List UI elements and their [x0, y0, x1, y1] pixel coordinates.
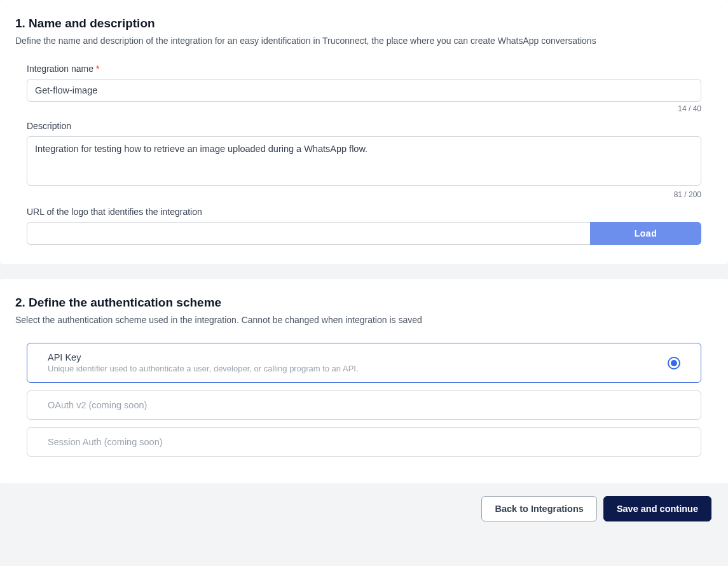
auth-option-session-auth[interactable]: Session Auth (coming soon)	[27, 427, 701, 457]
radio-selected-icon	[668, 357, 680, 369]
auth-option-desc: Unique identifier used to authenticate a…	[48, 364, 359, 373]
load-button[interactable]: Load	[590, 222, 701, 245]
save-and-continue-button[interactable]: Save and continue	[603, 496, 711, 521]
logo-url-label: URL of the logo that identifies the inte…	[27, 207, 701, 217]
back-to-integrations-button[interactable]: Back to Integrations	[481, 496, 596, 521]
required-asterisk: *	[96, 64, 99, 74]
auth-options-list: API Key Unique identifier used to authen…	[15, 343, 713, 457]
field-description: Description 81 / 200	[15, 121, 713, 207]
integration-name-input[interactable]	[27, 79, 701, 102]
auth-option-title: API Key	[48, 352, 359, 362]
footer-actions: Back to Integrations Save and continue	[0, 483, 728, 534]
description-input[interactable]	[27, 136, 701, 186]
integration-name-label: Integration name *	[27, 64, 701, 74]
section1-title: 1. Name and description	[15, 17, 713, 31]
section1-subtitle: Define the name and description of the i…	[15, 36, 713, 46]
auth-option-title: OAuth v2 (coming soon)	[48, 400, 147, 410]
auth-option-title: Session Auth (coming soon)	[48, 437, 163, 447]
section2-subtitle: Select the authentication scheme used in…	[15, 315, 713, 325]
field-integration-name: Integration name * 14 / 40	[15, 64, 713, 121]
integration-name-counter: 14 / 40	[27, 104, 701, 113]
section-name-description: 1. Name and description Define the name …	[0, 0, 728, 264]
logo-url-input[interactable]	[27, 222, 590, 245]
field-logo-url: URL of the logo that identifies the inte…	[15, 207, 713, 245]
logo-url-row: Load	[27, 222, 701, 245]
auth-option-api-key[interactable]: API Key Unique identifier used to authen…	[27, 343, 701, 383]
section2-title: 2. Define the authentication scheme	[15, 296, 713, 310]
auth-option-oauth-v2[interactable]: OAuth v2 (coming soon)	[27, 390, 701, 420]
description-counter: 81 / 200	[27, 190, 701, 199]
section-auth-scheme: 2. Define the authentication scheme Sele…	[0, 279, 728, 483]
description-label: Description	[27, 121, 701, 131]
